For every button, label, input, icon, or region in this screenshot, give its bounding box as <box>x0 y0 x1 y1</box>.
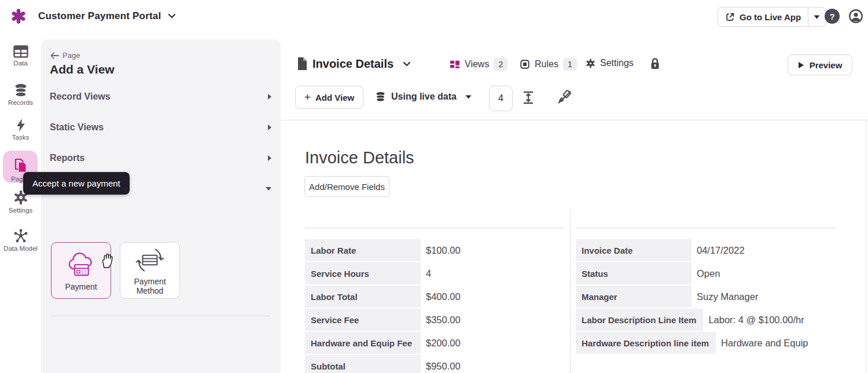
field-row[interactable]: Hardware and Equip Fee $200.00 <box>305 332 461 354</box>
field-label: Subtotal <box>305 355 421 373</box>
rules-count-badge: 1 <box>563 58 577 71</box>
app-title: Customer Payment Portal <box>38 10 161 22</box>
dropdown-caret-icon <box>465 95 472 99</box>
rail-label-settings: Settings <box>0 207 41 214</box>
payment-cloud-icon <box>64 250 98 280</box>
rules-tab[interactable]: Rules 1 <box>520 58 577 71</box>
sidebar-item-data[interactable]: Data <box>0 45 41 67</box>
right-fields-column: Invoice Date 04/17/2022 Status Open Mana… <box>576 239 808 354</box>
field-value: Labor: 4 @ $100.00/hr <box>703 309 804 331</box>
back-arrow-icon <box>50 52 59 59</box>
view-type-card-payment-method[interactable]: Payment Method <box>120 242 180 299</box>
add-remove-fields-label: Add/Remove Fields <box>309 182 385 192</box>
field-value: $950.00 <box>421 355 461 373</box>
field-row[interactable]: Service Hours 4 <box>305 262 461 284</box>
external-link-icon <box>725 12 735 22</box>
section-label: Reports <box>50 153 84 163</box>
back-link-label: Page <box>62 51 80 60</box>
field-value: Open <box>692 262 720 284</box>
field-row[interactable]: Status Open <box>576 262 808 284</box>
app-switcher-chevron-icon[interactable] <box>168 13 176 19</box>
play-icon <box>798 61 804 69</box>
rules-label: Rules <box>535 59 558 70</box>
account-avatar-icon[interactable] <box>848 9 863 24</box>
field-value: $400.00 <box>421 286 461 308</box>
add-remove-fields-button[interactable]: Add/Remove Fields <box>304 176 389 197</box>
data-source-dropdown[interactable]: Using live data <box>375 91 472 103</box>
brand-logo-icon[interactable] <box>11 9 26 24</box>
go-to-live-app-dropdown-button[interactable] <box>808 8 825 26</box>
chevron-right-icon <box>267 124 272 131</box>
add-view-label: Add View <box>315 93 354 103</box>
data-source-label: Using live data <box>391 92 457 102</box>
field-value: 4 <box>421 262 431 284</box>
field-row[interactable]: Hardware Description line item Hardware … <box>576 332 808 354</box>
app-window: Customer Payment Portal Go to Live App ? <box>0 0 868 373</box>
sidebar-title: Add a View <box>50 63 115 76</box>
section-label: Record Views <box>50 92 111 102</box>
field-value: $200.00 <box>421 332 461 354</box>
sidebar-item-data-model[interactable]: Data Model <box>0 228 41 252</box>
primary-nav-rail: Data Records Tasks Pages Settings Data M… <box>0 32 41 373</box>
canvas-right-border <box>866 120 866 373</box>
field-row[interactable]: Labor Total $400.00 <box>305 286 461 308</box>
lightning-icon <box>14 118 27 132</box>
hand-cursor-icon <box>100 253 114 268</box>
field-row[interactable]: Labor Description Line Item Labor: 4 @ $… <box>576 309 808 331</box>
section-reports[interactable]: Reports <box>50 152 272 164</box>
chevron-right-icon <box>267 93 272 100</box>
view-type-card-payment[interactable]: Payment <box>51 242 111 299</box>
views-count-badge: 2 <box>494 58 507 71</box>
chevron-down-icon <box>265 186 272 191</box>
rail-label-records: Records <box>0 99 41 106</box>
record-count-input[interactable]: 4 <box>489 86 513 111</box>
page-file-icon <box>297 57 308 71</box>
sidebar-item-tasks[interactable]: Tasks <box>0 118 41 141</box>
field-label: Status <box>576 262 692 284</box>
plus-icon: + <box>304 91 311 104</box>
page-title: Invoice Details <box>312 57 393 71</box>
field-value: Hardware and Equip <box>716 332 808 354</box>
field-value: 04/17/2022 <box>692 239 745 261</box>
field-value: Suzy Manager <box>692 286 758 308</box>
page-title-group[interactable]: Invoice Details <box>297 57 411 71</box>
row-height-icon[interactable] <box>523 91 534 104</box>
sidebar-divider <box>51 316 270 316</box>
tooltip: Accept a new payment <box>23 172 130 195</box>
settings-tab[interactable]: Settings <box>586 58 634 68</box>
left-fields-column: Labor Rate $100.00 Service Hours 4 Labor… <box>305 239 461 373</box>
detail-view-title: Invoice Details <box>305 148 414 167</box>
views-tab[interactable]: Views 2 <box>450 58 507 71</box>
sidebar-item-records[interactable]: Records <box>0 83 41 106</box>
section-record-views[interactable]: Record Views <box>50 90 272 103</box>
add-view-button[interactable]: + Add View <box>295 86 363 109</box>
database-icon <box>13 83 28 97</box>
field-row[interactable]: Invoice Date 04/17/2022 <box>576 239 808 261</box>
section-static-views[interactable]: Static Views <box>50 121 272 134</box>
page-title-chevron-icon[interactable] <box>403 61 411 67</box>
rules-chip-icon <box>520 59 530 70</box>
lock-icon[interactable] <box>650 57 660 70</box>
field-row[interactable]: Subtotal $950.00 <box>305 355 461 373</box>
field-value: $350.00 <box>421 309 461 331</box>
field-row[interactable]: Labor Rate $100.00 <box>305 239 461 261</box>
help-button[interactable]: ? <box>825 9 840 24</box>
go-to-live-app-label: Go to Live App <box>740 12 801 22</box>
canvas-top-border <box>281 120 868 120</box>
field-label: Labor Rate <box>305 239 421 261</box>
go-to-live-app-button[interactable]: Go to Live App <box>718 8 808 26</box>
back-to-page-link[interactable]: Page <box>50 51 80 60</box>
field-row[interactable]: Service Fee $350.00 <box>305 309 461 331</box>
column-separator <box>570 210 571 373</box>
card-label-payment: Payment <box>65 282 97 291</box>
settings-label: Settings <box>600 58 634 68</box>
field-label: Hardware and Equip Fee <box>305 332 421 354</box>
field-row[interactable]: Manager Suzy Manager <box>576 286 808 308</box>
toggle-styles-icon[interactable] <box>557 90 572 105</box>
views-blocks-icon <box>450 59 460 70</box>
right-group-divider <box>576 228 836 228</box>
left-group-divider <box>305 228 564 228</box>
preview-button[interactable]: Preview <box>788 54 852 75</box>
field-label: Labor Total <box>305 286 421 308</box>
field-label: Manager <box>576 286 692 308</box>
